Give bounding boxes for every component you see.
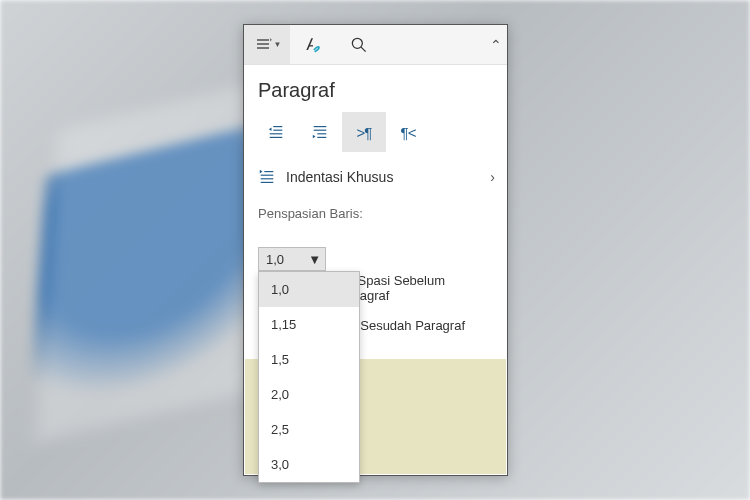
special-indent-row[interactable]: Indentasi Khusus › bbox=[244, 158, 507, 196]
spacing-option[interactable]: 1,15 bbox=[259, 307, 359, 342]
ltr-pilcrow-icon: >¶ bbox=[357, 124, 372, 141]
special-indent-label: Indentasi Khusus bbox=[286, 169, 393, 185]
paragraph-tool-button[interactable]: ▼ bbox=[244, 25, 290, 64]
chevron-right-icon: › bbox=[490, 169, 495, 185]
align-row: >¶ ¶< bbox=[244, 112, 507, 158]
paragraph-panel: ▼ ⌃ Paragraf bbox=[243, 24, 508, 476]
paragraph-lines-icon bbox=[253, 35, 273, 55]
decrease-indent-icon bbox=[267, 123, 285, 141]
increase-indent-icon bbox=[311, 123, 329, 141]
search-icon bbox=[349, 35, 369, 55]
rtl-pilcrow-icon: ¶< bbox=[401, 124, 416, 141]
rtl-direction-button[interactable]: ¶< bbox=[386, 112, 430, 152]
line-spacing-label: Penspasian Baris: bbox=[244, 196, 507, 227]
space-before-label: an Spasi Sebelum Paragraf bbox=[340, 273, 493, 303]
font-format-button[interactable] bbox=[290, 25, 336, 64]
top-toolbar: ▼ ⌃ bbox=[244, 25, 507, 65]
svg-point-3 bbox=[352, 38, 362, 48]
line-spacing-value: 1,0 bbox=[266, 252, 284, 267]
spacing-option[interactable]: 2,0 bbox=[259, 377, 359, 412]
font-format-icon bbox=[303, 35, 323, 55]
spacing-option[interactable]: 3,0 bbox=[259, 447, 359, 482]
panel-title: Paragraf bbox=[244, 65, 507, 112]
increase-indent-button[interactable] bbox=[298, 112, 342, 152]
line-spacing-dropdown: 1,0 1,15 1,5 2,0 2,5 3,0 bbox=[258, 271, 360, 483]
line-spacing-combo[interactable]: 1,0 ▼ bbox=[258, 247, 326, 271]
combo-caret-icon: ▼ bbox=[308, 252, 321, 267]
spacing-option[interactable]: 1,5 bbox=[259, 342, 359, 377]
svg-line-4 bbox=[361, 47, 366, 52]
search-button[interactable] bbox=[336, 25, 382, 64]
ltr-direction-button[interactable]: >¶ bbox=[342, 112, 386, 152]
decrease-indent-button[interactable] bbox=[254, 112, 298, 152]
spacing-option[interactable]: 1,0 bbox=[259, 272, 359, 307]
panel-collapse-button[interactable]: ⌃ bbox=[485, 25, 507, 64]
dropdown-caret-icon: ▼ bbox=[274, 40, 282, 49]
special-indent-icon bbox=[258, 168, 276, 186]
spacing-option[interactable]: 2,5 bbox=[259, 412, 359, 447]
chevron-up-icon: ⌃ bbox=[490, 37, 502, 53]
